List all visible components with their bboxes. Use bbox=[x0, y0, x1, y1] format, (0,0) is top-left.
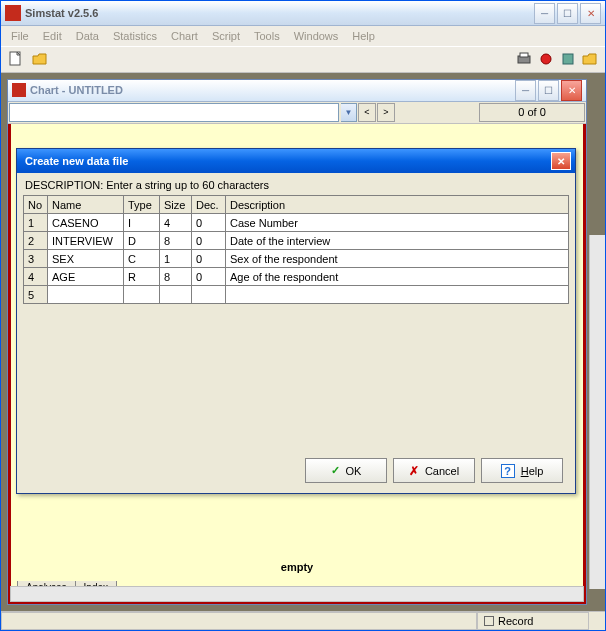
next-button[interactable]: > bbox=[377, 103, 395, 122]
chart-selector-combo[interactable] bbox=[9, 103, 339, 122]
app-title: Simstat v2.5.6 bbox=[25, 7, 534, 19]
col-no: No bbox=[24, 196, 48, 214]
chart-minimize-button[interactable]: ─ bbox=[515, 80, 536, 101]
maximize-button[interactable]: ☐ bbox=[557, 3, 578, 24]
create-data-file-dialog: Create new data file ✕ DESCRIPTION: Ente… bbox=[16, 148, 576, 494]
menu-windows[interactable]: Windows bbox=[288, 28, 345, 44]
col-dec: Dec. bbox=[192, 196, 226, 214]
cell-size[interactable]: 1 bbox=[160, 250, 192, 268]
close-button[interactable]: ✕ bbox=[580, 3, 601, 24]
chart-counter: 0 of 0 bbox=[479, 103, 585, 122]
menu-help[interactable]: Help bbox=[346, 28, 381, 44]
dialog-titlebar: Create new data file ✕ bbox=[17, 149, 575, 173]
app-icon bbox=[5, 5, 21, 21]
x-icon: ✗ bbox=[409, 464, 419, 478]
check-icon: ✓ bbox=[331, 464, 340, 477]
toolbar bbox=[1, 46, 605, 73]
new-file-icon[interactable] bbox=[7, 50, 25, 68]
cell-size[interactable]: 4 bbox=[160, 214, 192, 232]
menubar: File Edit Data Statistics Chart Script T… bbox=[1, 26, 605, 45]
open-file-icon[interactable] bbox=[31, 50, 49, 68]
chart-titlebar: Chart - UNTITLED ─ ☐ ✕ bbox=[8, 80, 586, 102]
chart-window-title: Chart - UNTITLED bbox=[30, 84, 515, 96]
cell-name[interactable]: AGE bbox=[48, 268, 124, 286]
cell-name[interactable]: SEX bbox=[48, 250, 124, 268]
table-row[interactable]: 5 bbox=[24, 286, 569, 304]
cell-description[interactable]: Case Number bbox=[226, 214, 569, 232]
print-icon[interactable] bbox=[515, 50, 533, 68]
col-name: Name bbox=[48, 196, 124, 214]
main-titlebar: Simstat v2.5.6 ─ ☐ ✕ bbox=[1, 1, 605, 26]
cell-no: 3 bbox=[24, 250, 48, 268]
cell-dec[interactable] bbox=[192, 286, 226, 304]
cancel-button[interactable]: ✗Cancel bbox=[393, 458, 475, 483]
cell-name[interactable]: CASENO bbox=[48, 214, 124, 232]
menu-statistics[interactable]: Statistics bbox=[107, 28, 163, 44]
col-size: Size bbox=[160, 196, 192, 214]
cell-description[interactable]: Sex of the respondent bbox=[226, 250, 569, 268]
statusbar: Record bbox=[1, 611, 605, 630]
svg-rect-2 bbox=[520, 53, 528, 57]
dialog-description: DESCRIPTION: Enter a string up to 60 cha… bbox=[23, 177, 569, 195]
status-record-label: Record bbox=[498, 615, 533, 627]
minimize-button[interactable]: ─ bbox=[534, 3, 555, 24]
table-row[interactable]: 1CASENOI40Case Number bbox=[24, 214, 569, 232]
svg-rect-4 bbox=[563, 54, 573, 64]
cell-type[interactable]: R bbox=[124, 268, 160, 286]
dialog-buttons: ✓OK ✗Cancel ?Help bbox=[23, 444, 569, 483]
menu-data[interactable]: Data bbox=[70, 28, 105, 44]
menu-script[interactable]: Script bbox=[206, 28, 246, 44]
record-indicator-icon bbox=[484, 616, 494, 626]
cell-size[interactable]: 8 bbox=[160, 268, 192, 286]
ok-button[interactable]: ✓OK bbox=[305, 458, 387, 483]
cell-description[interactable] bbox=[226, 286, 569, 304]
menu-edit[interactable]: Edit bbox=[37, 28, 68, 44]
menu-tools[interactable]: Tools bbox=[248, 28, 286, 44]
cell-no: 5 bbox=[24, 286, 48, 304]
cell-type[interactable]: C bbox=[124, 250, 160, 268]
help-button[interactable]: ?Help bbox=[481, 458, 563, 483]
chart-nav-row: ▼ < > 0 of 0 bbox=[8, 102, 586, 124]
menu-file[interactable]: File bbox=[5, 28, 35, 44]
horizontal-scrollbar[interactable] bbox=[10, 586, 584, 602]
fields-table: No Name Type Size Dec. Description 1CASE… bbox=[23, 195, 569, 304]
cell-description[interactable]: Age of the respondent bbox=[226, 268, 569, 286]
cell-no: 2 bbox=[24, 232, 48, 250]
question-icon: ? bbox=[501, 464, 515, 478]
table-row[interactable]: 4AGER80Age of the respondent bbox=[24, 268, 569, 286]
cell-type[interactable]: D bbox=[124, 232, 160, 250]
cell-no: 4 bbox=[24, 268, 48, 286]
dialog-body: DESCRIPTION: Enter a string up to 60 cha… bbox=[17, 173, 575, 493]
chart-maximize-button[interactable]: ☐ bbox=[538, 80, 559, 101]
folder-icon[interactable] bbox=[581, 50, 599, 68]
cell-dec[interactable]: 0 bbox=[192, 232, 226, 250]
dialog-title: Create new data file bbox=[21, 155, 551, 167]
cell-name[interactable]: INTERVIEW bbox=[48, 232, 124, 250]
status-record: Record bbox=[477, 612, 589, 630]
cell-type[interactable] bbox=[124, 286, 160, 304]
cell-no: 1 bbox=[24, 214, 48, 232]
chart-window-icon bbox=[12, 83, 26, 97]
menu-chart[interactable]: Chart bbox=[165, 28, 204, 44]
cell-size[interactable] bbox=[160, 286, 192, 304]
tool-icon[interactable] bbox=[559, 50, 577, 68]
cell-size[interactable]: 8 bbox=[160, 232, 192, 250]
prev-button[interactable]: < bbox=[358, 103, 376, 122]
cell-type[interactable]: I bbox=[124, 214, 160, 232]
table-row[interactable]: 2INTERVIEWD80Date of the interview bbox=[24, 232, 569, 250]
dialog-close-button[interactable]: ✕ bbox=[551, 152, 571, 170]
col-type: Type bbox=[124, 196, 160, 214]
vertical-scrollbar[interactable] bbox=[589, 235, 605, 589]
col-description: Description bbox=[226, 196, 569, 214]
chart-empty-label: empty bbox=[11, 561, 583, 573]
chart-close-button[interactable]: ✕ bbox=[561, 80, 582, 101]
record-icon[interactable] bbox=[537, 50, 555, 68]
cell-dec[interactable]: 0 bbox=[192, 214, 226, 232]
status-message bbox=[1, 612, 477, 630]
cell-dec[interactable]: 0 bbox=[192, 250, 226, 268]
cell-description[interactable]: Date of the interview bbox=[226, 232, 569, 250]
cell-dec[interactable]: 0 bbox=[192, 268, 226, 286]
table-row[interactable]: 3SEXC10Sex of the respondent bbox=[24, 250, 569, 268]
combo-dropdown-icon[interactable]: ▼ bbox=[341, 103, 357, 122]
cell-name[interactable] bbox=[48, 286, 124, 304]
